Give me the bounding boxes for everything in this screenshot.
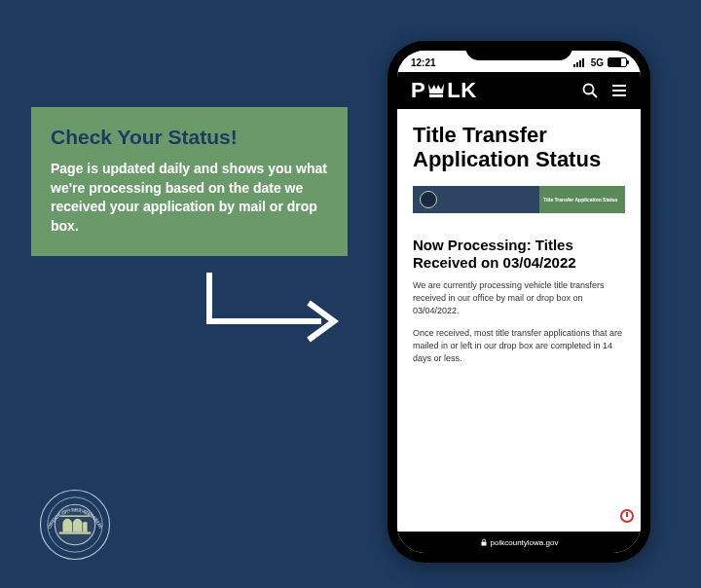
svg-rect-16 bbox=[612, 94, 626, 96]
battery-icon bbox=[608, 57, 627, 67]
svg-point-12 bbox=[584, 85, 594, 94]
app-header: P LK bbox=[397, 72, 641, 109]
svg-rect-17 bbox=[481, 542, 486, 546]
lock-icon bbox=[480, 538, 488, 546]
logo-pre: P bbox=[411, 78, 425, 103]
page-content: Title Transfer Application Status Title … bbox=[397, 109, 641, 532]
search-icon[interactable] bbox=[582, 83, 598, 98]
svg-rect-9 bbox=[579, 60, 581, 67]
arrow-icon bbox=[200, 268, 346, 365]
alert-icon bbox=[620, 509, 634, 523]
signal-icon bbox=[573, 57, 587, 67]
info-card: Check Your Status! Page is updated daily… bbox=[31, 107, 348, 256]
crown-icon bbox=[426, 82, 446, 99]
svg-rect-7 bbox=[573, 64, 575, 67]
svg-rect-11 bbox=[429, 94, 443, 97]
section-body-2: Once received, most title transfer appli… bbox=[413, 327, 625, 365]
svg-rect-3 bbox=[59, 532, 92, 533]
svg-rect-8 bbox=[576, 62, 578, 67]
url-bar[interactable]: polkcountyiowa.gov bbox=[397, 532, 641, 553]
menu-icon[interactable] bbox=[611, 83, 627, 98]
polk-logo[interactable]: P LK bbox=[411, 78, 477, 103]
phone-screen: 12:21 5G P LK Title Transfer Application… bbox=[397, 51, 641, 553]
page-title: Title Transfer Application Status bbox=[413, 123, 625, 172]
status-time: 12:21 bbox=[411, 57, 436, 68]
banner-label: Title Transfer Application Status bbox=[539, 186, 625, 213]
logo-post: LK bbox=[447, 78, 476, 103]
status-right: 5G bbox=[573, 57, 627, 68]
status-network: 5G bbox=[591, 57, 604, 68]
banner-strip: Title Transfer Application Status bbox=[413, 186, 625, 213]
county-seal-icon: OFFICE OF THE TREASURER OFFICE OF THE TR… bbox=[39, 489, 111, 561]
section-title: Now Processing: Titles Received on 03/04… bbox=[413, 237, 625, 272]
header-icons bbox=[582, 83, 627, 98]
alert-badge[interactable] bbox=[617, 506, 637, 526]
svg-rect-14 bbox=[612, 85, 626, 87]
banner-seal bbox=[413, 186, 444, 213]
info-card-body: Page is updated daily and shows you what… bbox=[51, 160, 328, 236]
svg-rect-10 bbox=[582, 58, 584, 67]
info-card-title: Check Your Status! bbox=[51, 125, 328, 150]
phone-mockup: 12:21 5G P LK Title Transfer Application… bbox=[387, 41, 650, 563]
phone-notch bbox=[465, 41, 572, 60]
svg-rect-4 bbox=[60, 515, 90, 516]
svg-rect-15 bbox=[612, 90, 626, 92]
url-text: polkcountyiowa.gov bbox=[491, 538, 559, 547]
svg-line-13 bbox=[593, 93, 598, 98]
section-body-1: We are currently processing vehicle titl… bbox=[413, 279, 625, 317]
